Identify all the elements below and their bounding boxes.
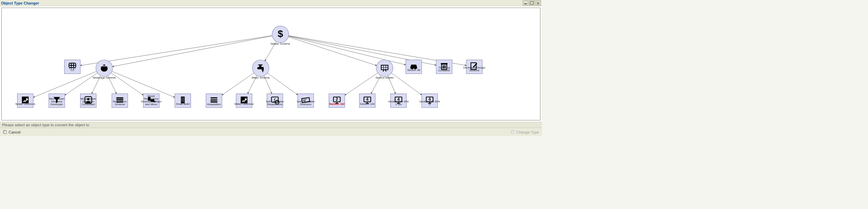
status-bar: Please select an object type to convert …: [0, 122, 542, 128]
node-label: Water Diversion: [234, 102, 254, 106]
change-type-icon: [511, 130, 515, 134]
graph-svg: $ € 2 4 Master SchemeC3Sewera: [2, 8, 540, 120]
svg-rect-82: [512, 131, 514, 134]
graph-node-section_master[interactable]: Section Master: [375, 60, 394, 79]
node-label: Section Master: [375, 76, 394, 79]
node-label: 6: [429, 103, 431, 106]
node-label: Small Build: [176, 102, 190, 106]
node-label: C3: [71, 69, 75, 72]
node-label: Scheme: [469, 69, 480, 72]
edge: [267, 73, 297, 95]
node-label: Developer: [51, 103, 63, 106]
node-label: Scheme: [115, 103, 125, 106]
diagram-canvas[interactable]: $ € 2 4 Master SchemeC3Sewera: [1, 8, 540, 120]
window-title: Object Type Changer: [1, 1, 39, 5]
cancel-button[interactable]: Cancel: [1, 129, 22, 135]
graph-node-self_lay_div[interactable]: Self Lay WaterDiversion: [297, 94, 315, 108]
graph-node-s104f[interactable]: Section 104 SFA1 5th: [388, 94, 409, 108]
node-label: Section 102: [329, 102, 345, 106]
edge: [222, 73, 254, 95]
change-type-button: Change Type: [509, 129, 540, 135]
edge: [80, 36, 272, 66]
node-label: Water Scheme: [252, 76, 270, 79]
node-label: Requisition: [207, 103, 220, 106]
dollar-icon: [278, 28, 283, 39]
edge: [391, 73, 422, 95]
graph-node-small_build[interactable]: Small Build: [175, 94, 191, 108]
edge: [112, 71, 175, 97]
change-type-label: Change Type: [517, 130, 539, 134]
node-label: Sewerage Scheme: [93, 76, 116, 79]
edge: [111, 73, 143, 95]
edge: [112, 36, 272, 67]
graph-node-sewerage[interactable]: Sewerage Scheme: [93, 60, 116, 79]
app-window: Object Type Changer $: [0, 0, 542, 136]
graph-node-timelog[interactable]: Time LogContainer: [436, 60, 452, 74]
graph-node-s102[interactable]: Section 102: [329, 94, 345, 108]
node-label: Diversion: [300, 103, 311, 106]
graph-node-s38[interactable]: Section 38: [406, 60, 422, 74]
cancel-label: Cancel: [9, 130, 20, 134]
node-label: Section 104: [360, 102, 375, 106]
edge: [288, 37, 377, 66]
graph-node-minor_cons[interactable]: Minor SewerDiversionConsultant: [80, 94, 96, 108]
graph-node-water_div[interactable]: Water Diversion: [234, 94, 254, 108]
node-label: Section 38: [407, 69, 420, 72]
node-label: Requisitions: [267, 103, 282, 106]
graph-node-s104[interactable]: Section 104: [359, 94, 375, 108]
window-close-button[interactable]: [535, 0, 541, 6]
graph-node-master[interactable]: Master Scheme: [271, 26, 290, 45]
graph-node-sewer_req_scheme[interactable]: SewerRequisitionScheme: [112, 94, 128, 108]
toolbar: Cancel Change Type: [0, 128, 542, 136]
node-label: Consultant: [82, 103, 95, 106]
graph-node-water[interactable]: Water Scheme: [252, 60, 270, 79]
edge: [33, 71, 97, 97]
graph-node-water_req[interactable]: WaterRequisition: [206, 94, 222, 108]
window-min-button[interactable]: [523, 0, 528, 6]
svg-point-61: [376, 60, 393, 76]
graph-node-sewer_div[interactable]: Sewer Diversion: [15, 94, 35, 108]
cancel-icon: [3, 130, 7, 134]
edge: [345, 73, 378, 95]
node-label: Master Scheme: [271, 42, 290, 45]
status-message: Please select an object type to convert …: [2, 123, 89, 127]
svg-rect-80: [4, 131, 7, 134]
node-label: Container: [438, 69, 450, 72]
graph-node-self_lay_req[interactable]: Self Lay WaterRequisitions: [266, 94, 284, 108]
graph-node-c3[interactable]: C3: [64, 60, 80, 74]
window-max-button[interactable]: [529, 0, 535, 6]
node-label: Sewer Diversion: [15, 102, 35, 106]
graph-node-minor_dev[interactable]: Minor SewerDiversionDeveloper: [49, 94, 65, 108]
title-bar: Object Type Changer: [0, 0, 542, 6]
node-label: and Minor: [145, 103, 158, 106]
graph-node-sewer_req_div[interactable]: SewerRequisitonsDiversions Majorand Mino…: [141, 94, 162, 108]
graph-node-s104s[interactable]: Section 104 SFA6: [419, 94, 440, 108]
node-label: 1 5th: [396, 103, 402, 106]
graph-node-devdesign[interactable]: Developer DesignScheme: [463, 60, 485, 74]
